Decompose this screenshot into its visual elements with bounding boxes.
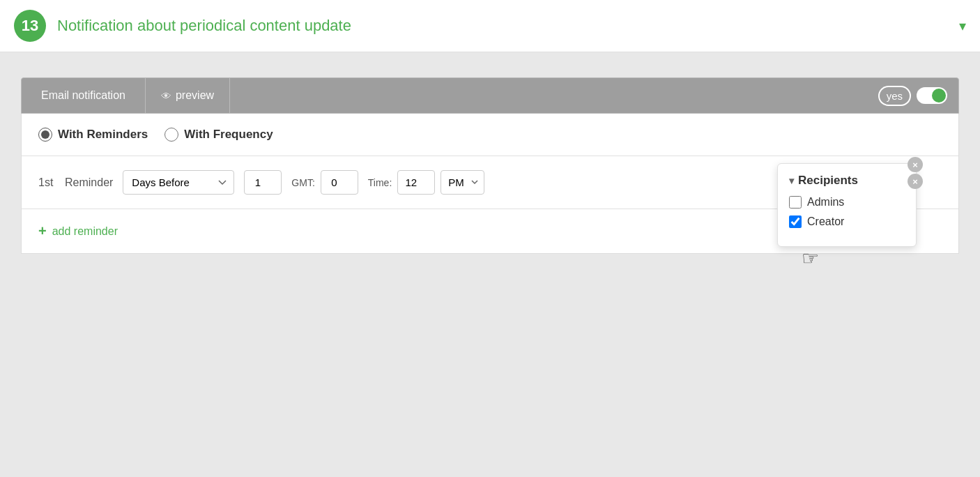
step-number: 13	[22, 17, 38, 35]
days-before-select[interactable]: Days Before	[123, 170, 234, 195]
reminder-section: 1st Reminder Days Before GMT: Time: PM A…	[22, 156, 958, 209]
radio-reminders-label: With Reminders	[58, 128, 148, 142]
tab-email-notification[interactable]: Email notification	[22, 78, 146, 113]
gmt-group: GMT:	[291, 170, 358, 195]
radio-row: With Reminders With Frequency	[22, 114, 958, 156]
radio-with-reminders[interactable]: With Reminders	[38, 128, 148, 142]
tab-spacer: yes	[230, 78, 958, 113]
tab-preview[interactable]: 👁 preview	[146, 78, 230, 113]
admins-label: Admins	[807, 196, 844, 209]
time-label: Time:	[368, 177, 392, 188]
add-reminder-button[interactable]: + add reminder	[38, 223, 118, 239]
eye-icon: 👁	[161, 90, 171, 102]
add-reminder-label: add reminder	[52, 225, 118, 238]
toggle-container: yes	[878, 86, 947, 106]
reminder-index: 1st	[38, 176, 55, 189]
step-badge: 13	[14, 10, 46, 42]
creator-checkbox[interactable]	[789, 215, 802, 228]
radio-with-frequency[interactable]: With Frequency	[164, 128, 273, 142]
tabs-container: Email notification 👁 preview yes	[21, 77, 959, 114]
radio-reminders-input[interactable]	[38, 128, 52, 142]
recipients-popup: × × ▾ Recipients Admins Creator ☞	[777, 163, 917, 247]
reminder-text: Reminder	[65, 176, 113, 189]
main-card: With Reminders With Frequency 1st Remind…	[21, 114, 959, 254]
close-button-2[interactable]: ×	[908, 174, 923, 189]
close-button-1[interactable]: ×	[908, 157, 923, 172]
gmt-input[interactable]	[321, 170, 358, 195]
gmt-label: GMT:	[291, 177, 314, 188]
tab-preview-label: preview	[176, 89, 214, 102]
creator-label: Creator	[807, 215, 844, 228]
admins-checkbox[interactable]	[789, 196, 802, 209]
toggle-yes-label: yes	[878, 86, 911, 106]
cursor-icon: ☞	[802, 248, 819, 269]
page-title: Notification about periodical content up…	[57, 17, 959, 35]
recipients-title: Recipients	[798, 174, 858, 188]
collapse-icon[interactable]: ▾	[959, 17, 966, 34]
recipient-creator: Creator ☞	[789, 215, 905, 228]
toggle-switch[interactable]	[917, 87, 947, 104]
recipients-chevron-icon: ▾	[789, 175, 794, 186]
header-bar: 13 Notification about periodical content…	[0, 0, 980, 52]
time-input[interactable]	[397, 170, 435, 195]
recipients-header: ▾ Recipients	[789, 174, 905, 188]
plus-icon: +	[38, 223, 47, 239]
reminder-number-input[interactable]	[244, 170, 282, 195]
cursor-pointer: ☞	[802, 249, 819, 268]
ampm-select[interactable]: PM AM	[441, 170, 484, 195]
radio-frequency-input[interactable]	[164, 128, 178, 142]
recipient-admins: Admins	[789, 196, 905, 209]
time-group: Time: PM AM	[368, 170, 484, 195]
page-body: Email notification 👁 preview yes With Re…	[0, 52, 980, 275]
radio-frequency-label: With Frequency	[184, 128, 273, 142]
tab-email-label: Email notification	[41, 89, 125, 101]
top-notch	[56, 59, 81, 72]
